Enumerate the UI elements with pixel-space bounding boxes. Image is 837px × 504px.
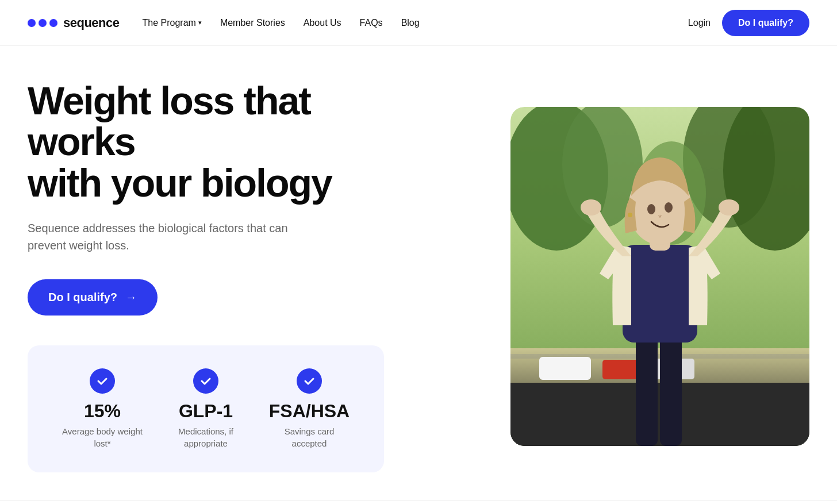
stat-value-glp1: GLP-1 <box>179 401 233 422</box>
stats-card: 15% Average body weight lost* GLP-1 Medi… <box>28 345 384 472</box>
stat-label-fsa-hsa: Savings card accepted <box>267 425 352 449</box>
hero-image <box>510 107 809 446</box>
nav-link-the-program[interactable]: The Program ▾ <box>143 18 202 28</box>
svg-point-20 <box>647 204 655 214</box>
stat-value-fsa-hsa: FSA/HSA <box>269 401 350 422</box>
logo-dot-3 <box>49 19 57 27</box>
svg-point-22 <box>628 213 632 217</box>
check-icon-body-weight <box>90 368 115 394</box>
hero-subtitle: Sequence addresses the biological factor… <box>28 220 315 254</box>
hero-image-svg <box>510 107 809 446</box>
svg-rect-13 <box>636 331 658 446</box>
svg-point-16 <box>581 199 601 216</box>
nav-right: Login Do I qualify? <box>688 10 809 36</box>
hero-section: Weight loss that works with your biology… <box>0 46 837 495</box>
brand-name: sequence <box>63 16 120 30</box>
nav-link-faqs[interactable]: FAQs <box>360 18 383 28</box>
logo-dot-2 <box>39 19 47 27</box>
nav-link-member-stories[interactable]: Member Stories <box>220 18 285 28</box>
stat-label-body-weight: Average body weight lost* <box>60 425 145 449</box>
navbar: sequence The Program ▾ Member Stories Ab… <box>0 0 837 46</box>
qualify-button-hero[interactable]: Do I qualify? → <box>28 279 158 316</box>
hero-title: Weight loss that works with your biology <box>28 80 384 203</box>
svg-point-21 <box>665 202 673 213</box>
check-icon-fsa-hsa <box>297 368 322 394</box>
nav-link-about-us[interactable]: About Us <box>304 18 341 28</box>
stat-item-glp1: GLP-1 Medications, if appropriate <box>154 364 258 454</box>
nav-links: The Program ▾ Member Stories About Us FA… <box>143 18 420 28</box>
svg-rect-9 <box>539 357 591 380</box>
stat-item-fsa-hsa: FSA/HSA Savings card accepted <box>258 364 361 454</box>
stat-item-body-weight: 15% Average body weight lost* <box>51 364 154 454</box>
logo[interactable]: sequence <box>28 16 120 30</box>
nav-left: sequence The Program ▾ Member Stories Ab… <box>28 16 420 30</box>
login-button[interactable]: Login <box>688 18 711 28</box>
svg-point-17 <box>719 199 739 216</box>
stat-label-glp1: Medications, if appropriate <box>163 425 248 449</box>
nav-link-blog[interactable]: Blog <box>401 18 420 28</box>
logo-dot-1 <box>28 19 36 27</box>
svg-rect-15 <box>623 245 697 343</box>
chevron-down-icon: ▾ <box>198 19 202 26</box>
qualify-button-nav[interactable]: Do I qualify? <box>722 10 809 36</box>
svg-rect-14 <box>660 331 682 446</box>
check-icon-glp1 <box>193 368 218 394</box>
logo-dots <box>28 19 57 27</box>
footnote: *Based on 5,377 members who have been on… <box>0 500 837 504</box>
stat-value-body-weight: 15% <box>84 401 121 422</box>
arrow-right-icon: → <box>125 291 137 304</box>
hero-content: Weight loss that works with your biology… <box>28 80 384 472</box>
